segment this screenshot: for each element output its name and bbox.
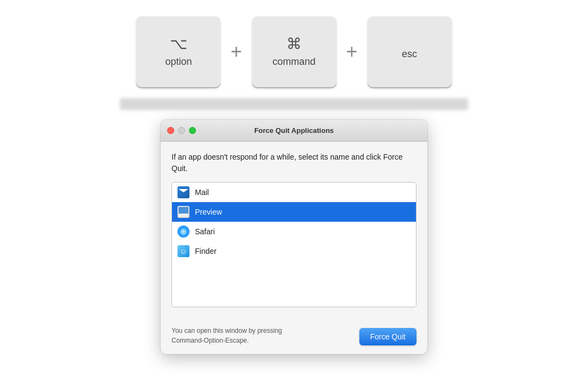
plus-sign-2: + [336, 40, 367, 63]
app-item-finder[interactable]: Finder [172, 241, 416, 261]
blurred-text [120, 98, 468, 110]
app-item-safari[interactable]: Safari [172, 222, 416, 241]
finder-icon [177, 245, 189, 257]
minimize-button[interactable] [178, 127, 185, 134]
blurred-text-area [0, 98, 588, 110]
option-key-icon: ⌥ [170, 37, 187, 52]
option-key: ⌥ option [136, 16, 220, 87]
title-bar: Force Quit Applications [161, 120, 427, 142]
window-body: If an app doesn't respond for a while, s… [161, 142, 427, 324]
close-button[interactable] [167, 127, 174, 134]
command-key-icon: ⌘ [286, 37, 302, 52]
maximize-button[interactable] [189, 127, 196, 134]
app-list: Mail Preview Safari Finder [171, 182, 416, 307]
app-label-mail: Mail [195, 188, 209, 197]
traffic-lights [167, 127, 196, 134]
force-quit-button[interactable]: Force Quit [359, 328, 416, 345]
mail-icon [177, 186, 189, 198]
app-label-preview: Preview [195, 208, 222, 216]
command-key: ⌘ command [252, 16, 336, 87]
preview-icon [177, 206, 189, 218]
safari-icon [177, 226, 189, 238]
window-title: Force Quit Applications [254, 126, 334, 135]
app-item-preview[interactable]: Preview [172, 202, 416, 222]
option-key-label: option [165, 56, 192, 68]
plus-sign-1: + [220, 40, 252, 63]
command-key-label: command [272, 56, 315, 68]
app-item-mail[interactable]: Mail [172, 183, 416, 202]
window-footer: You can open this window by pressing Com… [161, 324, 427, 354]
esc-key-label: esc [402, 48, 417, 60]
footer-note: You can open this window by pressing Com… [171, 326, 302, 345]
instruction-text: If an app doesn't respond for a while, s… [171, 151, 416, 174]
app-label-finder: Finder [195, 247, 217, 256]
window-container: Force Quit Applications If an app doesn'… [0, 120, 588, 354]
key-combo-section: ⌥ option + ⌘ command + esc [0, 0, 588, 98]
app-label-safari: Safari [195, 227, 215, 236]
force-quit-window: Force Quit Applications If an app doesn'… [161, 120, 427, 354]
esc-key: esc [367, 16, 452, 87]
